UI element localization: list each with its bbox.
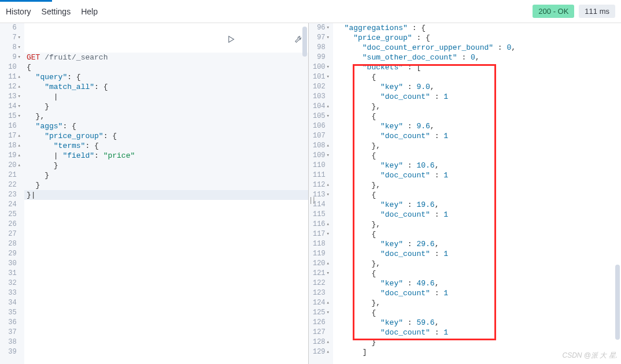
code-line[interactable] (24, 288, 308, 298)
code-line[interactable] (24, 200, 308, 210)
code-line[interactable]: "doc_count" : 1 (333, 288, 621, 298)
code-line[interactable]: "price_group": { (24, 131, 308, 141)
code-line[interactable] (24, 347, 308, 357)
code-line[interactable]: }, (333, 298, 621, 308)
code-line[interactable]: "key" : 49.6, (333, 278, 621, 288)
line-number: 11▴ (8, 72, 21, 82)
code-line[interactable] (24, 337, 308, 347)
code-line[interactable]: "aggs": { (24, 121, 308, 131)
line-number: 17▴ (8, 131, 21, 141)
request-editor[interactable]: GET /fruit/_search{ "query": { "match_al… (24, 23, 308, 364)
code-line[interactable] (24, 308, 308, 318)
line-number: 9▾ (12, 53, 21, 62)
line-number: 111 (313, 170, 330, 180)
code-line[interactable]: "aggregations" : { (333, 23, 621, 33)
code-line[interactable] (24, 298, 308, 308)
code-line[interactable]: }, (24, 112, 308, 121)
code-line[interactable]: "buckets" : [ (333, 62, 621, 72)
line-number: 109▾ (313, 151, 330, 161)
code-line[interactable]: "doc_count" : 1 (333, 170, 621, 180)
response-pane[interactable]: 96▾97▾98 99 100▾101▾102 103 104▴105▾106 … (309, 23, 621, 364)
code-line[interactable]: | "field": "price" (24, 151, 308, 161)
line-number: 39 (8, 347, 21, 357)
line-number: 108▴ (313, 141, 330, 151)
code-line[interactable] (24, 239, 308, 249)
code-line[interactable]: "doc_count" : 1 (333, 249, 621, 259)
code-line[interactable]: }, (333, 102, 621, 112)
code-line[interactable]: "key" : 19.6, (333, 200, 621, 210)
code-line[interactable]: "key" : 10.6, (333, 161, 621, 170)
code-line[interactable]: "key" : 59.6, (333, 318, 621, 328)
code-line[interactable]: "doc_count" : 1 (333, 328, 621, 337)
code-line[interactable] (24, 269, 308, 278)
code-line[interactable]: }, (333, 141, 621, 151)
code-line[interactable]: "doc_count" : 1 (333, 92, 621, 102)
request-pane[interactable]: 6 7▾8▾9▾10 11▴12▴13▾14▾15▾16 17▴18▴19▴20… (0, 23, 309, 364)
code-line[interactable]: "match_all": { (24, 82, 308, 92)
line-number: 121▾ (313, 269, 330, 278)
line-number: 6 (12, 23, 21, 33)
code-line[interactable]: { (333, 229, 621, 239)
code-line[interactable] (24, 220, 308, 229)
line-number: 10 (8, 62, 21, 72)
code-line[interactable]: "query": { (24, 72, 308, 82)
line-number: 120▴ (313, 259, 330, 269)
line-number: 105▾ (313, 112, 330, 121)
scrollbar-left[interactable] (302, 27, 307, 57)
split-drag-handle[interactable]: || (309, 196, 315, 205)
code-line[interactable] (24, 210, 308, 220)
line-number: 12▴ (8, 82, 21, 92)
line-number: 15▾ (8, 112, 21, 121)
code-line[interactable] (24, 318, 308, 328)
nav-items: History Settings Help (6, 7, 98, 16)
code-line[interactable]: }, (333, 259, 621, 269)
scrollbar-right[interactable] (615, 265, 620, 340)
code-line[interactable]: "price_group" : { (333, 33, 621, 43)
code-line[interactable] (24, 278, 308, 288)
code-line[interactable] (24, 259, 308, 269)
code-line[interactable]: | (24, 92, 308, 102)
line-number: 104▴ (313, 102, 330, 112)
play-icon[interactable] (173, 25, 236, 56)
code-line[interactable]: } (333, 337, 621, 347)
line-number: 14▾ (8, 102, 21, 112)
code-line[interactable] (24, 249, 308, 259)
wrench-icon[interactable] (240, 25, 302, 56)
line-number: 33 (8, 288, 21, 298)
code-line[interactable]: } (24, 161, 308, 170)
code-line[interactable] (24, 229, 308, 239)
code-line[interactable]: }, (333, 180, 621, 190)
nav-help[interactable]: Help (81, 7, 98, 16)
code-line[interactable]: "sum_other_doc_count" : 0, (333, 53, 621, 62)
nav-settings[interactable]: Settings (42, 7, 71, 16)
line-number: 29 (8, 249, 21, 259)
code-line[interactable]: { (333, 151, 621, 161)
code-line[interactable]: } (24, 102, 308, 112)
line-number: 123 (313, 288, 330, 298)
code-line[interactable]: } (24, 180, 308, 190)
code-line[interactable]: "doc_count" : 1 (333, 131, 621, 141)
code-line[interactable]: "doc_count" : 1 (333, 210, 621, 220)
line-number: 119 (313, 249, 330, 259)
code-line[interactable]: } (24, 170, 308, 180)
code-line[interactable]: "key" : 29.6, (333, 239, 621, 249)
line-number: 118 (313, 239, 330, 249)
code-line[interactable]: { (24, 62, 308, 72)
code-line[interactable]: "key" : 9.6, (333, 121, 621, 131)
nav-history[interactable]: History (6, 7, 31, 16)
line-number: 125▾ (313, 308, 330, 318)
code-line[interactable]: }, (333, 220, 621, 229)
code-line[interactable]: "terms": { (24, 141, 308, 151)
code-line[interactable]: { (333, 308, 621, 318)
code-line[interactable]: "doc_count_error_upper_bound" : 0, (333, 43, 621, 53)
code-line[interactable]: "key" : 9.0, (333, 82, 621, 92)
code-line[interactable]: { (333, 269, 621, 278)
code-line[interactable]: { (333, 72, 621, 82)
response-viewer[interactable]: "aggregations" : { "price_group" : { "do… (333, 23, 621, 364)
code-line[interactable]: }| (24, 190, 308, 200)
code-line[interactable]: { (333, 112, 621, 121)
code-line[interactable] (24, 357, 308, 364)
line-number: 24 (8, 200, 21, 210)
code-line[interactable] (24, 328, 308, 337)
code-line[interactable]: { (333, 190, 621, 200)
